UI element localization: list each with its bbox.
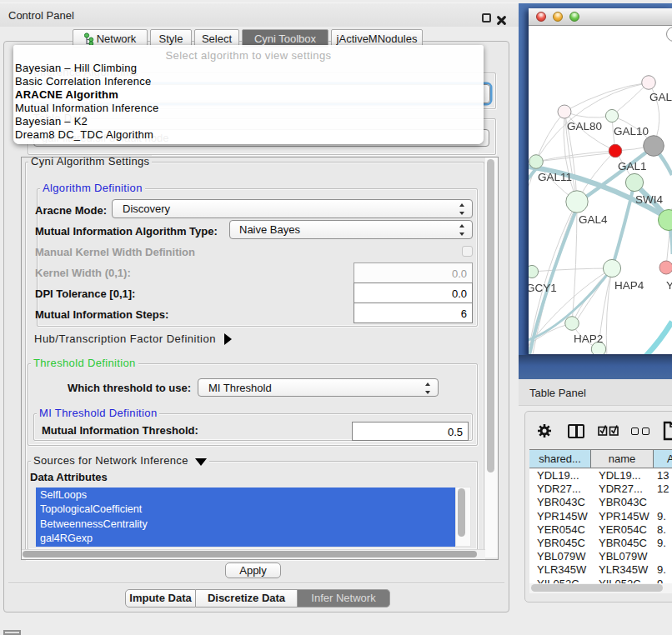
- svg-text:SWI4: SWI4: [635, 193, 663, 206]
- svg-text:GCY1: GCY1: [529, 282, 557, 294]
- svg-text:GAL10: GAL10: [614, 125, 649, 138]
- svg-text:Y: Y: [666, 279, 672, 292]
- svg-text:GAL1: GAL1: [618, 160, 647, 172]
- svg-text:GAL11: GAL11: [538, 171, 572, 183]
- svg-text:GAL: GAL: [649, 91, 672, 103]
- svg-text:GAL80: GAL80: [567, 120, 602, 132]
- svg-text:HAP4: HAP4: [614, 279, 644, 292]
- svg-text:HAP2: HAP2: [574, 332, 603, 345]
- svg-text:GAL4: GAL4: [579, 213, 608, 226]
